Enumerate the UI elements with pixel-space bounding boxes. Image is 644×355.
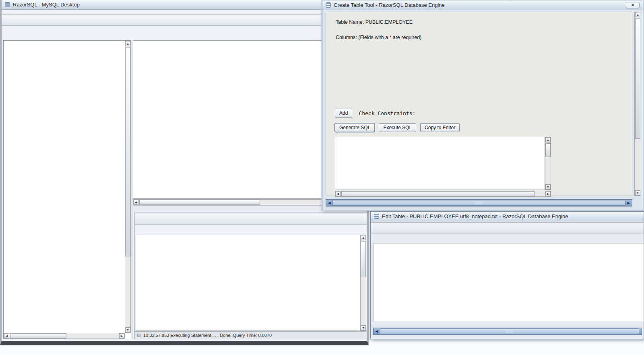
execute-sql-button[interactable]: Execute SQL [379, 123, 416, 132]
editor-hscroll-thumb[interactable] [139, 200, 260, 205]
scroll-down-icon[interactable]: ▼ [545, 184, 551, 190]
desktop: RazorSQL - MySQL Desktop ▲ ▼ ◀ ▶ ◀ ▶ [0, 0, 644, 355]
razorsql-app-icon [5, 2, 10, 7]
create-table-content: Table Name: PUBLIC.EMPLOYEE Columns: (Fi… [326, 12, 632, 196]
edit-hscroll-thumb[interactable]: ▒▒▒ [380, 328, 639, 334]
scroll-right-icon[interactable]: ▶ [119, 333, 124, 338]
edit-window-horizontal-scrollbar[interactable]: ◀ ▒▒▒ [373, 328, 642, 335]
scroll-right-icon[interactable]: ▶ [626, 200, 632, 206]
sqlout-horizontal-scrollbar[interactable]: ◀ ▶ [335, 191, 551, 197]
razorsql-app-icon [374, 214, 379, 219]
create-table-window-title: Create Table Tool - RazorSQL Database En… [334, 2, 445, 8]
generated-sql-output[interactable] [335, 137, 545, 190]
edit-table-window: Edit Table - PUBLIC.EMPLOYEE utf8_notepa… [370, 211, 644, 339]
results-status-bar: 10:32:57:853 Executing Statement . . . D… [135, 331, 367, 339]
create-table-window: Create Table Tool - RazorSQL Database En… [322, 0, 643, 210]
scroll-left-icon[interactable]: ◀ [133, 200, 138, 205]
scroll-left-icon[interactable]: ◀ [374, 329, 380, 334]
database-tree-panel: ▲ ▼ ◀ ▶ [3, 40, 131, 339]
scroll-up-icon[interactable]: ▲ [635, 12, 640, 17]
create-window-horizontal-scrollbar[interactable]: ◀ ▒▒▒ ▶ [326, 199, 632, 206]
tree-vertical-scrollbar[interactable]: ▲ ▼ [125, 41, 131, 333]
results-vertical-scrollbar[interactable]: ▲ ▼ [360, 235, 366, 331]
edit-table-toolbar [371, 223, 644, 233]
results-vscroll-thumb[interactable] [361, 241, 366, 277]
copy-to-editor-button[interactable]: Copy to Editor [420, 123, 460, 132]
columns-note: Columns: (Fields with a * are required) [336, 35, 421, 40]
scroll-down-icon[interactable]: ▼ [125, 327, 130, 332]
database-tree [4, 41, 124, 333]
query-results-panel: ▲ ▼ 10:32:57:853 Executing Statement . .… [134, 213, 367, 339]
sqlout-vertical-scrollbar[interactable]: ▲ ▼ [545, 137, 551, 190]
sqlout-vscroll-thumb[interactable] [545, 143, 551, 157]
menu-bar [2, 10, 367, 13]
scroll-down-icon[interactable]: ▼ [635, 190, 640, 196]
scroll-right-icon[interactable]: ▶ [545, 191, 551, 196]
scroll-left-icon[interactable]: ◀ [326, 200, 332, 206]
scroll-left-icon[interactable]: ◀ [335, 191, 341, 196]
sqlout-hscroll-thumb[interactable] [341, 191, 535, 196]
edit-table-title-bar[interactable]: Edit Table - PUBLIC.EMPLOYEE utf8_notepa… [371, 212, 644, 221]
add-column-button[interactable]: Add [335, 109, 352, 118]
scroll-down-icon[interactable]: ▼ [361, 325, 366, 330]
table-name-label: Table Name: PUBLIC.EMPLOYEE [336, 19, 413, 25]
tree-vscroll-thumb[interactable] [125, 47, 130, 256]
create-window-vertical-scrollbar[interactable]: ▲ ▼ [634, 12, 641, 196]
main-window: RazorSQL - MySQL Desktop ▲ ▼ ◀ ▶ ◀ ▶ [0, 0, 369, 345]
tree-hscroll-thumb[interactable] [10, 333, 66, 338]
status-indicator-icon [137, 334, 140, 337]
results-toolbar [135, 214, 367, 225]
create-table-title-bar[interactable]: Create Table Tool - RazorSQL Database En… [322, 0, 643, 10]
close-icon[interactable]: ✕ [626, 2, 640, 8]
main-window-title: RazorSQL - MySQL Desktop [13, 2, 80, 8]
create-hscroll-thumb[interactable]: ▒▒▒ [332, 200, 625, 206]
results-status-text: 10:32:57:853 Executing Statement . . . D… [143, 333, 272, 338]
scroll-left-icon[interactable]: ◀ [4, 333, 9, 338]
main-toolbar [2, 14, 367, 26]
scroll-up-icon[interactable]: ▲ [545, 137, 551, 142]
edit-table-window-title: Edit Table - PUBLIC.EMPLOYEE utf8_notepa… [382, 213, 568, 219]
scroll-up-icon[interactable]: ▲ [125, 41, 130, 46]
scroll-up-icon[interactable]: ▲ [361, 235, 366, 240]
generate-sql-button[interactable]: Generate SQL [335, 123, 375, 132]
main-title-bar[interactable]: RazorSQL - MySQL Desktop [2, 0, 367, 10]
check-constraints-label: Check Constraints: [359, 110, 415, 116]
create-vscroll-thumb[interactable] [635, 18, 640, 139]
tree-horizontal-scrollbar[interactable]: ◀ ▶ [4, 333, 125, 339]
razorsql-app-icon [326, 2, 331, 8]
